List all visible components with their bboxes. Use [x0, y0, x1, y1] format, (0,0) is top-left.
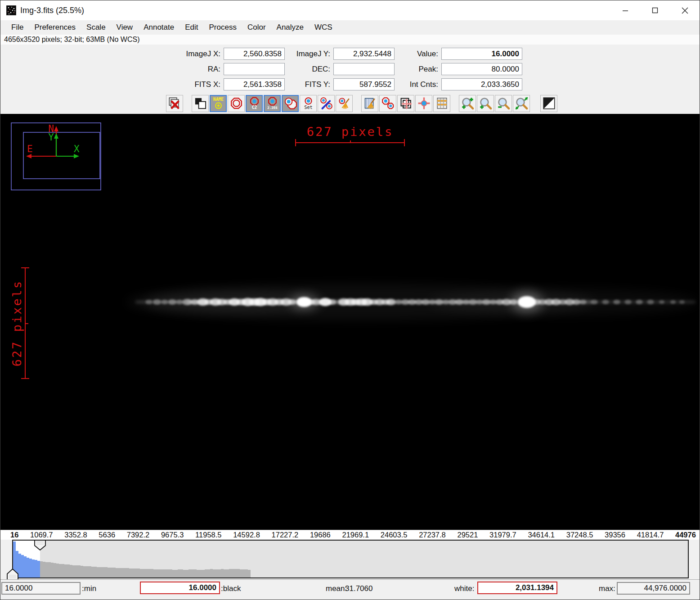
black-point-slider[interactable]	[7, 568, 18, 581]
menu-item-view[interactable]: View	[111, 22, 139, 33]
min-value-field[interactable]: 16.0000	[1, 582, 81, 595]
histogram-tick-3352.8: 3352.8	[64, 531, 87, 539]
maximize-button[interactable]	[640, 0, 670, 20]
histogram-tick-16: 16	[10, 531, 18, 539]
menu-item-color[interactable]: Color	[242, 22, 271, 33]
max-value-field[interactable]: 44,976.0000	[617, 582, 690, 595]
counts-aperture-button[interactable]: 2.2E6	[264, 95, 281, 112]
histogram-tick-44976: 44976	[675, 531, 696, 539]
vertical-scale-ruler: 627 pixels	[0, 265, 36, 381]
imagej-x-field[interactable]: 2,560.8358	[224, 48, 285, 60]
invert-bw-button[interactable]	[192, 95, 209, 112]
close-button[interactable]	[670, 0, 700, 20]
clear-table-button[interactable]	[361, 95, 378, 112]
invert-lut-button[interactable]	[540, 95, 557, 112]
compass-rose: N Y E X	[11, 122, 102, 191]
value-field[interactable]: 16.0000	[441, 48, 522, 60]
minimize-button[interactable]	[610, 0, 640, 20]
histogram-tick-17227.2: 17227.2	[272, 531, 299, 539]
min-label: :min	[82, 584, 96, 593]
horizontal-scale-ruler: 627 pixels	[295, 125, 405, 146]
histogram-tick-41814.7: 41814.7	[637, 531, 664, 539]
peak-label: Peak:	[395, 63, 441, 75]
histogram-tick-34614.1: 34614.1	[528, 531, 555, 539]
zoom-in-button[interactable]	[477, 95, 494, 112]
image-canvas[interactable]: N Y E X 627 pixels 627 pixels	[0, 114, 700, 530]
minimize-icon	[622, 7, 628, 14]
zoom-out-icon	[497, 96, 511, 110]
compass-x-label: X	[74, 144, 80, 154]
octagon-circle-icon	[283, 96, 297, 110]
fits-y-label: FITS Y:	[285, 78, 333, 90]
close-icon	[682, 7, 688, 14]
clear-overlay-button[interactable]	[282, 95, 299, 112]
white-point-field[interactable]: 2,031.1394	[477, 582, 557, 594]
dec-label: DEC:	[285, 63, 333, 75]
app-icon	[6, 5, 16, 15]
c2-aperture-button[interactable]: C2	[246, 95, 263, 112]
menu-item-scale[interactable]: Scale	[81, 22, 111, 33]
fits-x-field[interactable]: 2,561.3358	[224, 78, 285, 90]
zoom-in-icon	[479, 96, 493, 110]
align-stack-icon	[399, 96, 413, 110]
labeled-aperture-icon: C2	[247, 96, 261, 110]
image-info-line: 4656x3520 pixels; 32-bit; 63MB (No WCS)	[0, 35, 700, 45]
histogram-tick-14592.8: 14592.8	[233, 531, 260, 539]
mean-value: 31.7060	[345, 584, 372, 593]
histogram-box[interactable]	[12, 540, 689, 578]
histogram-bar	[248, 570, 251, 577]
delete-apertures-button[interactable]	[336, 95, 353, 112]
set-aperture-icon: Set	[301, 96, 315, 110]
align-stack-button[interactable]	[397, 95, 414, 112]
histogram-tick-31979.7: 31979.7	[489, 531, 516, 539]
centroid-button[interactable]	[415, 95, 432, 112]
spectrum-image	[0, 114, 700, 530]
titlebar: Img-3.fits (25.5%)	[0, 0, 700, 20]
name-aperture-button[interactable]: NAME	[210, 95, 227, 112]
horizontal-scale-label: 627 pixels	[295, 125, 405, 139]
annulus-button[interactable]	[228, 95, 245, 112]
two-apertures-icon	[381, 96, 395, 110]
zoom-in-fast-button[interactable]	[459, 95, 476, 112]
dec-field[interactable]	[333, 63, 395, 75]
sweep-aperture-icon	[337, 96, 351, 110]
edit-apertures-button[interactable]	[318, 95, 335, 112]
histogram-tick-19686: 19686	[310, 531, 331, 539]
name-aperture-icon: NAME	[211, 96, 225, 110]
set-aperture-button[interactable]: Set	[300, 95, 317, 112]
zoom-out-button[interactable]	[495, 95, 512, 112]
measurements-table-button[interactable]	[433, 95, 450, 112]
menu-item-process[interactable]: Process	[204, 22, 242, 33]
multi-aperture-button[interactable]	[379, 95, 396, 112]
histogram-tick-7392.2: 7392.2	[127, 531, 149, 539]
histogram-tick-24603.5: 24603.5	[381, 531, 408, 539]
menu-item-annotate[interactable]: Annotate	[138, 22, 179, 33]
fits-y-field[interactable]: 587.9552	[333, 78, 395, 90]
menu-item-file[interactable]: File	[6, 22, 29, 33]
fits-x-label: FITS X:	[171, 78, 224, 90]
contrast-value-bar: 16.0000 :min 16.0000 :black mean: 31.706…	[0, 579, 700, 600]
menubar: FilePreferencesScaleViewAnnotateEditProc…	[0, 20, 700, 35]
black-point-field[interactable]: 16.0000	[140, 582, 220, 594]
imagej-y-field[interactable]: 2,932.5448	[333, 48, 395, 60]
int-cnts-field[interactable]: 2,033.3650	[441, 78, 522, 90]
white-point-slider[interactable]	[34, 540, 46, 550]
zoom-fit-button[interactable]	[513, 95, 530, 112]
compass-y-label: Y	[48, 132, 54, 143]
labeled-aperture-icon: 2.2E6	[265, 96, 279, 110]
black-label: :black	[221, 584, 241, 593]
imagej-x-label: ImageJ X:	[171, 48, 224, 60]
menu-item-preferences[interactable]: Preferences	[29, 22, 81, 33]
ra-field[interactable]	[224, 63, 285, 75]
menu-item-analyze[interactable]: Analyze	[271, 22, 309, 33]
zoom-in-fast-icon	[461, 96, 475, 110]
peak-field[interactable]: 80.0000	[441, 63, 522, 75]
histogram-tick-39356: 39356	[605, 531, 625, 539]
centroid-icon	[417, 96, 431, 110]
annulus-icon	[229, 96, 243, 110]
imagej-y-label: ImageJ Y:	[285, 48, 333, 60]
menu-item-edit[interactable]: Edit	[179, 22, 203, 33]
vertical-scale-label: 627 pixels	[10, 268, 24, 378]
menu-item-wcs[interactable]: WCS	[309, 22, 338, 33]
close-all-images-button[interactable]	[166, 95, 183, 112]
